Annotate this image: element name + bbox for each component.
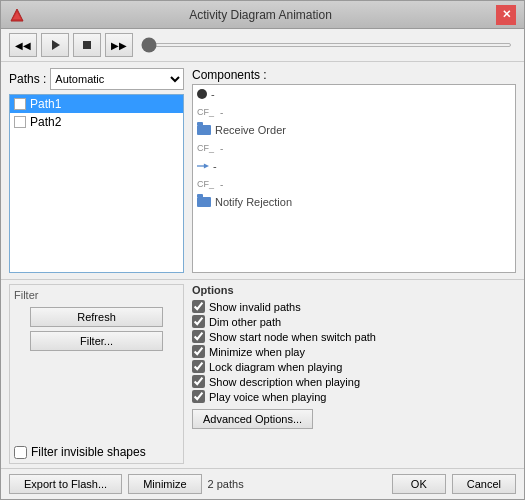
- cancel-button[interactable]: Cancel: [452, 474, 516, 494]
- path-item-1[interactable]: Path1: [10, 95, 183, 113]
- option-label-7: Play voice when playing: [209, 391, 326, 403]
- comp-text-6: CF_: [197, 179, 214, 189]
- bottom-area: Filter Refresh Filter... Filter invisibl…: [1, 279, 524, 468]
- arrow-icon-1: [197, 162, 209, 170]
- folder-icon-2: [197, 197, 211, 207]
- option-item-6: Show description when playing: [192, 375, 516, 388]
- close-button[interactable]: ✕: [496, 5, 516, 25]
- svg-rect-3: [83, 41, 91, 49]
- paths-dropdown[interactable]: Automatic: [50, 68, 184, 90]
- components-panel: Components : - CF_ - Receive Order CF_ -: [192, 68, 516, 273]
- forward-button[interactable]: ▶▶: [105, 33, 133, 57]
- paths-header: Paths : Automatic: [9, 68, 184, 90]
- comp-text-4: CF_: [197, 143, 214, 153]
- option-label-1: Show invalid paths: [209, 301, 301, 313]
- paths-count: 2 paths: [208, 478, 386, 490]
- option-label-2: Dim other path: [209, 316, 281, 328]
- option-item-1: Show invalid paths: [192, 300, 516, 313]
- comp-sub-2: -: [220, 107, 223, 118]
- play-button[interactable]: [41, 33, 69, 57]
- option-label-5: Lock diagram when playing: [209, 361, 342, 373]
- component-item-1: -: [193, 85, 515, 103]
- main-window: Activity Diagram Animation ✕ ◀◀ ▶▶ Paths…: [0, 0, 525, 500]
- filter-button[interactable]: Filter...: [30, 331, 163, 351]
- option-checkbox-5[interactable]: [192, 360, 205, 373]
- path-item-2[interactable]: Path2: [10, 113, 183, 131]
- path-label-1: Path1: [30, 97, 61, 111]
- paths-panel: Paths : Automatic Path1 Path2: [9, 68, 184, 273]
- circle-icon-1: [197, 89, 207, 99]
- svg-marker-5: [204, 163, 209, 168]
- ok-button[interactable]: OK: [392, 474, 446, 494]
- main-content: Paths : Automatic Path1 Path2 Components…: [1, 62, 524, 279]
- option-checkbox-4[interactable]: [192, 345, 205, 358]
- option-label-6: Show description when playing: [209, 376, 360, 388]
- option-checkbox-3[interactable]: [192, 330, 205, 343]
- component-item-6: CF_ -: [193, 175, 515, 193]
- option-item-7: Play voice when playing: [192, 390, 516, 403]
- path-checkbox-2[interactable]: [14, 116, 26, 128]
- comp-text-1: -: [211, 88, 215, 100]
- export-button[interactable]: Export to Flash...: [9, 474, 122, 494]
- components-header: Components :: [192, 68, 516, 82]
- title-bar: Activity Diagram Animation ✕: [1, 1, 524, 29]
- component-item-5: -: [193, 157, 515, 175]
- filter-invisible-checkbox[interactable]: [14, 446, 27, 459]
- paths-list: Path1 Path2: [9, 94, 184, 273]
- comp-sub-6: -: [220, 179, 223, 190]
- options-title: Options: [192, 284, 516, 296]
- stop-button[interactable]: [73, 33, 101, 57]
- refresh-button[interactable]: Refresh: [30, 307, 163, 327]
- comp-text-5: -: [213, 160, 217, 172]
- component-item-4: CF_ -: [193, 139, 515, 157]
- filter-section: Filter Refresh Filter... Filter invisibl…: [9, 284, 184, 464]
- progress-slider[interactable]: [141, 43, 512, 47]
- option-checkbox-6[interactable]: [192, 375, 205, 388]
- comp-text-2: CF_: [197, 107, 214, 117]
- progress-slider-area: [137, 43, 516, 47]
- app-icon: [9, 7, 25, 23]
- path-label-2: Path2: [30, 115, 61, 129]
- comp-sub-4: -: [220, 143, 223, 154]
- comp-text-7: Notify Rejection: [215, 196, 292, 208]
- options-section: Options Show invalid paths Dim other pat…: [192, 284, 516, 464]
- option-checkbox-2[interactable]: [192, 315, 205, 328]
- comp-text-3: Receive Order: [215, 124, 286, 136]
- option-item-3: Show start node when switch path: [192, 330, 516, 343]
- folder-icon-1: [197, 125, 211, 135]
- component-item-7: Notify Rejection: [193, 193, 515, 211]
- option-label-3: Show start node when switch path: [209, 331, 376, 343]
- option-item-2: Dim other path: [192, 315, 516, 328]
- filter-invisible-row: Filter invisible shapes: [14, 445, 179, 459]
- paths-label: Paths :: [9, 72, 46, 86]
- minimize-button[interactable]: Minimize: [128, 474, 201, 494]
- option-item-5: Lock diagram when playing: [192, 360, 516, 373]
- option-checkbox-1[interactable]: [192, 300, 205, 313]
- option-item-4: Minimize when play: [192, 345, 516, 358]
- footer: Export to Flash... Minimize 2 paths OK C…: [1, 468, 524, 499]
- window-title: Activity Diagram Animation: [25, 8, 496, 22]
- filter-title: Filter: [14, 289, 179, 301]
- option-checkbox-7[interactable]: [192, 390, 205, 403]
- path-checkbox-1[interactable]: [14, 98, 26, 110]
- svg-marker-2: [52, 40, 60, 50]
- rewind-button[interactable]: ◀◀: [9, 33, 37, 57]
- filter-invisible-label: Filter invisible shapes: [31, 445, 146, 459]
- advanced-options-button[interactable]: Advanced Options...: [192, 409, 313, 429]
- toolbar: ◀◀ ▶▶: [1, 29, 524, 62]
- component-item-3: Receive Order: [193, 121, 515, 139]
- option-label-4: Minimize when play: [209, 346, 305, 358]
- component-item-2: CF_ -: [193, 103, 515, 121]
- components-list[interactable]: - CF_ - Receive Order CF_ -: [192, 84, 516, 273]
